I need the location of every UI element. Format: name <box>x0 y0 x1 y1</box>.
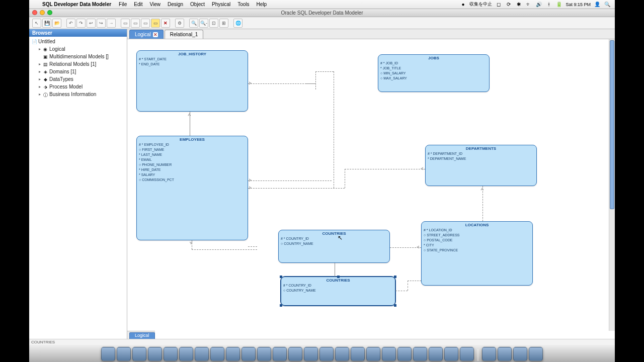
wifi-icon[interactable]: ᯤ <box>525 2 532 7</box>
dock-app-icon[interactable] <box>304 347 318 361</box>
entity-employees[interactable]: EMPLOYEES # * EMPLOYEE_ID ○ FIRST_NAME *… <box>136 136 248 240</box>
menu-design[interactable]: Design <box>164 2 187 7</box>
tree-item-business[interactable]: ▸ⓘBusiness Information <box>30 90 126 98</box>
disclose-icon[interactable]: ▸ <box>37 62 42 66</box>
menu-file[interactable]: File <box>115 2 130 7</box>
dock-ical-icon[interactable] <box>288 347 302 361</box>
relation-line[interactable] <box>345 169 345 188</box>
spotlight-icon[interactable]: 🔍 <box>604 2 611 7</box>
relation-line[interactable] <box>248 246 257 247</box>
relation-line[interactable] <box>408 281 421 281</box>
new-note-button[interactable]: ▭ <box>151 19 160 28</box>
relation-line[interactable] <box>408 281 408 291</box>
dock-safari-icon[interactable] <box>164 347 178 361</box>
dock-terminal-icon[interactable] <box>148 347 162 361</box>
tab-logical[interactable]: Logical✕ <box>129 30 164 39</box>
dock-trash-icon[interactable] <box>529 347 543 361</box>
relation-line[interactable] <box>248 188 345 189</box>
resize-handle[interactable] <box>394 304 396 307</box>
disclose-icon[interactable]: ▸ <box>37 92 42 97</box>
diagram-canvas[interactable]: JOB_HISTORY # * START_DATE * END_DATE JO… <box>127 39 609 331</box>
dock-contacts-icon[interactable] <box>273 347 287 361</box>
dock-doc-icon[interactable] <box>482 347 496 361</box>
menu-edit[interactable]: Edit <box>130 2 146 7</box>
entity-countries-a[interactable]: COUNTRIES # * COUNTRY_ID ○ COUNTRY_NAME <box>278 230 390 263</box>
browser-tree[interactable]: 📄 Untitled ▸◉Logical ▣Multidimensional M… <box>29 37 127 99</box>
disclose-icon[interactable]: ▸ <box>37 77 42 81</box>
dock-syspref-icon[interactable] <box>429 347 443 361</box>
zoom-in-button[interactable]: 🔍+ <box>189 19 198 28</box>
dock-garageband-icon[interactable] <box>382 347 396 361</box>
entity-jobs[interactable]: JOBS # * JOB_ID * JOB_TITLE ○ MIN_SALARY… <box>378 54 490 92</box>
dock-iphoto-icon[interactable] <box>351 347 365 361</box>
search-button[interactable]: 🌐 <box>233 19 243 28</box>
close-window-button[interactable] <box>32 10 37 15</box>
menu-view[interactable]: View <box>146 2 164 7</box>
scrollbar-thumb[interactable] <box>610 40 614 209</box>
relation-line[interactable] <box>334 71 334 188</box>
resize-handle[interactable] <box>394 276 396 278</box>
subview-tab-logical[interactable]: Logical <box>129 332 155 339</box>
tray-icon-2[interactable]: ⟳ <box>505 2 512 7</box>
dock-app-icon[interactable] <box>319 347 334 361</box>
dock-app-icon[interactable] <box>195 347 209 361</box>
menu-physical[interactable]: Physical <box>208 2 234 7</box>
vertical-scrollbar[interactable] <box>609 39 615 331</box>
dock-doc-icon[interactable] <box>513 347 527 361</box>
redo-button[interactable]: ↷ <box>76 19 86 28</box>
user-icon[interactable]: 👤 <box>594 2 601 7</box>
resize-handle[interactable] <box>280 304 282 307</box>
bluetooth-icon[interactable]: ᚼ <box>545 2 552 7</box>
dock-finder-icon[interactable] <box>101 347 115 361</box>
dock-imovie-icon[interactable] <box>366 347 380 361</box>
record-status-icon[interactable]: ● <box>459 2 466 7</box>
menu-tools[interactable]: Tools <box>234 2 253 7</box>
dock-x11-icon[interactable] <box>132 347 146 361</box>
dock-preview-icon[interactable] <box>210 347 224 361</box>
tab-relational[interactable]: Relational_1 <box>165 30 204 39</box>
dock-ichat-icon[interactable] <box>257 347 271 361</box>
relation-line[interactable] <box>315 71 316 89</box>
zoom-out-button[interactable]: 🔍- <box>199 19 208 28</box>
entity-departments[interactable]: DEPARTMENTS # * DEPARTMENT_ID * DEPARTME… <box>425 145 537 186</box>
delete-button[interactable]: ✕ <box>161 19 170 28</box>
tree-item-process[interactable]: ▸⬗Process Model <box>30 83 126 90</box>
undo-button[interactable]: ↶ <box>66 19 75 28</box>
tree-item-relational[interactable]: ▸▤Relational Models [1] <box>30 60 126 68</box>
tray-icon-1[interactable]: ◻ <box>495 2 502 7</box>
tab-close-icon[interactable]: ✕ <box>153 32 158 37</box>
dock-quicktime-icon[interactable] <box>226 347 240 361</box>
tree-item-multidim[interactable]: ▣Multidimensional Models [] <box>30 53 126 60</box>
dock-keynote-icon[interactable] <box>444 347 458 361</box>
new-entity-button[interactable]: ▭ <box>121 19 130 28</box>
minimize-window-button[interactable] <box>40 10 45 15</box>
pointer-tool-button[interactable]: ↖ <box>32 19 41 28</box>
resize-handle[interactable] <box>337 276 340 278</box>
nav-next-button[interactable]: → <box>107 19 116 28</box>
new-view-button[interactable]: ▭ <box>131 19 140 28</box>
menu-help[interactable]: Help <box>253 2 271 7</box>
dock-app-icon[interactable] <box>242 347 256 361</box>
resize-handle[interactable] <box>280 276 282 278</box>
entity-countries-b[interactable]: COUNTRIES # * COUNTRY_ID ○ COUNTRY_NAME <box>281 277 395 306</box>
relation-line[interactable] <box>482 186 483 221</box>
nav-fwd-button[interactable]: ↪ <box>97 19 106 28</box>
fit-button[interactable]: ⊡ <box>209 19 218 28</box>
entity-job-history[interactable]: JOB_HISTORY # * START_DATE * END_DATE <box>136 50 248 112</box>
dock-textedit-icon[interactable] <box>179 347 193 361</box>
tree-item-logical[interactable]: ▸◉Logical <box>30 45 126 53</box>
disclose-icon[interactable]: ▸ <box>37 47 42 51</box>
relation-line[interactable] <box>395 291 408 291</box>
relation-line[interactable] <box>192 249 257 250</box>
dock-timemachine-icon[interactable] <box>413 347 427 361</box>
new-relation-button[interactable]: ▭ <box>141 19 150 28</box>
open-button[interactable]: 📂 <box>52 19 61 28</box>
tree-root[interactable]: 📄 Untitled <box>30 38 126 45</box>
zoom-window-button[interactable] <box>47 10 52 15</box>
disclose-icon[interactable]: ▸ <box>37 69 42 74</box>
save-button[interactable]: 💾 <box>42 19 51 28</box>
fit-all-button[interactable]: ⊞ <box>219 19 228 28</box>
tray-icon-3[interactable]: ✱ <box>515 2 522 7</box>
clock[interactable]: Sat 9:15 PM <box>566 2 591 7</box>
entity-locations[interactable]: LOCATIONS # * LOCATION_ID ○ STREET_ADDRE… <box>421 221 533 286</box>
